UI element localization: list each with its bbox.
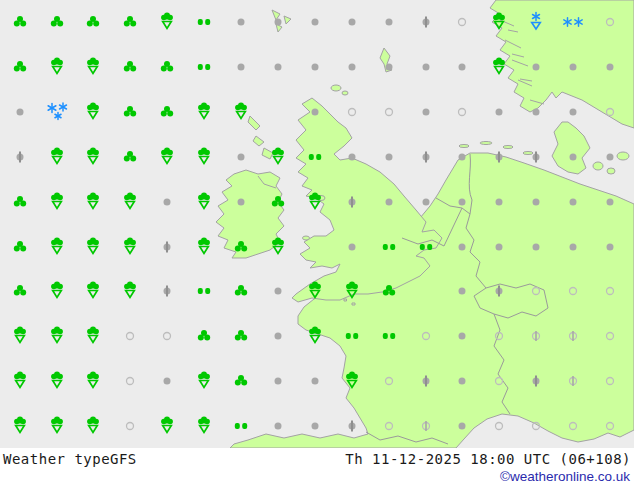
cloudy-dot-icon [312,378,319,385]
cloudy-dot-icon [496,199,503,206]
cloudy-dot-icon [607,244,614,251]
product-label: Weather type [3,451,110,467]
island-orkney [331,85,341,91]
cloudy-dot-icon [386,154,393,161]
cloudy-dot-icon [238,64,245,71]
cloudy-dot-icon [607,64,614,71]
cloudy-dot-icon [164,378,171,385]
cloudy-dot-icon [459,64,466,71]
cloudy-dot-icon [275,19,282,26]
cloudy-dot-icon [312,64,319,71]
cloudy-dot-icon [275,423,282,430]
cloudy-dot-icon [533,244,540,251]
cloudy-dot-icon [459,423,466,430]
island-funen [607,168,615,174]
island-kattegat [617,152,629,160]
cloudy-dot-icon [312,423,319,430]
cloudy-dot-icon [423,64,430,71]
cloudy-dot-icon [238,199,245,206]
island-frisian [480,142,492,145]
cloudy-dot-icon [275,333,282,340]
footer-bar: Weather type GFS Th 11-12-2025 18:00 UTC… [0,448,634,490]
cloudy-dot-icon [496,244,503,251]
island-orkney [342,91,348,95]
cloudy-dot-icon [349,244,356,251]
cloudy-dot-icon [349,19,356,26]
island-frisian [523,152,533,155]
cloudy-dot-icon [349,154,356,161]
cloudy-dot-icon [459,288,466,295]
cloudy-dot-icon [386,199,393,206]
island-channel [352,303,355,305]
cloudy-dot-icon [312,19,319,26]
cloudy-dot-icon [275,64,282,71]
cloudy-dot-icon [570,199,577,206]
cloudy-dot-icon [423,199,430,206]
island-frisian [503,146,513,149]
cloudy-dot-icon [423,109,430,116]
cloudy-dot-icon [238,154,245,161]
cloudy-dot-icon [386,64,393,71]
cloudy-dot-icon [570,109,577,116]
cloudy-dot-icon [607,154,614,161]
cloudy-dot-icon [459,244,466,251]
cloudy-dot-icon [459,333,466,340]
datetime-label: Th 11-12-2025 18:00 UTC (06+108) [345,451,631,467]
cloudy-dot-icon [496,109,503,116]
cloudy-dot-icon [312,109,319,116]
cloudy-dot-icon [570,244,577,251]
cloudy-dot-icon [459,199,466,206]
cloudy-dot-icon [533,199,540,206]
model-label: GFS [110,451,137,467]
cloudy-dot-icon [533,109,540,116]
weather-map-svg [0,0,634,448]
island-channel [344,299,347,301]
cloudy-dot-icon [164,199,171,206]
cloudy-dot-icon [570,154,577,161]
island-anglesey [303,236,310,240]
island-frisian [459,145,469,148]
island-zealand [593,162,603,170]
cloudy-dot-icon [17,109,24,116]
cloudy-dot-icon [459,154,466,161]
cloudy-dot-icon [349,64,356,71]
cloudy-dot-icon [275,378,282,385]
cloudy-dot-icon [459,378,466,385]
cloudy-dot-icon [275,288,282,295]
cloudy-dot-icon [386,19,393,26]
cloudy-dot-icon [533,64,540,71]
cloudy-dot-icon [607,199,614,206]
map-area [0,0,634,448]
cloudy-dot-icon [238,19,245,26]
copyright-link[interactable]: ©weatheronline.co.uk [500,469,630,484]
weather-map-screenshot: Weather type GFS Th 11-12-2025 18:00 UTC… [0,0,634,490]
cloudy-dot-icon [570,64,577,71]
